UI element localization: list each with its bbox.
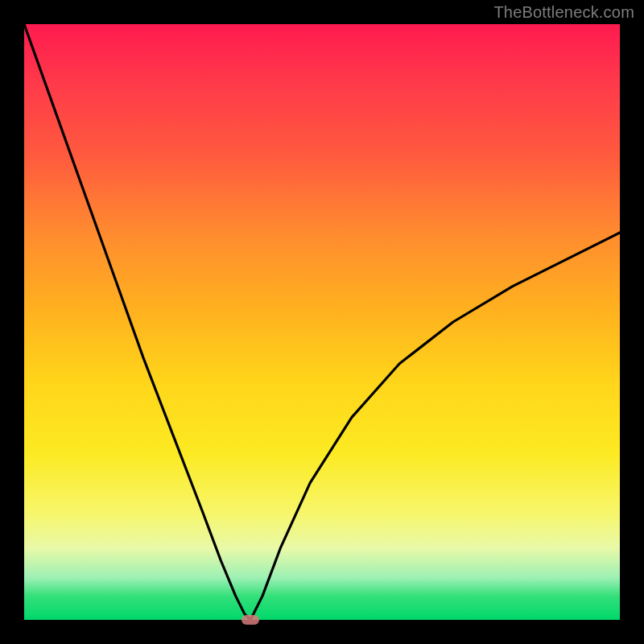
plot-area xyxy=(24,24,620,620)
watermark-text: TheBottleneck.com xyxy=(493,3,634,22)
optimal-marker xyxy=(242,615,259,625)
bottleneck-curve xyxy=(24,24,620,620)
curve-path xyxy=(24,24,620,620)
chart-frame: TheBottleneck.com xyxy=(0,0,644,644)
